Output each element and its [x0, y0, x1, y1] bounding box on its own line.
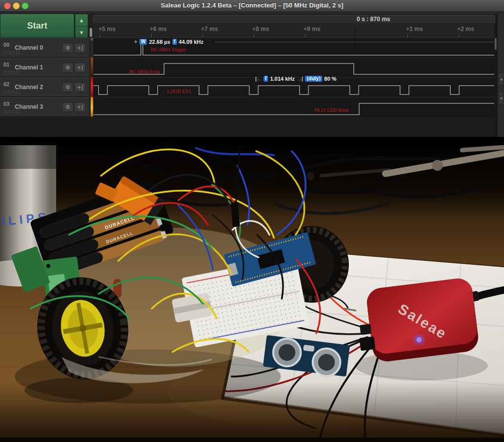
collapsed-side-panel: ◂ ◂ — [497, 14, 504, 137]
ruler-tick-label: +5 ms — [99, 26, 115, 32]
photo-bottom-strip — [0, 438, 504, 442]
timeline-header[interactable]: 0 s : 870 ms — [93, 15, 495, 23]
timeline-position-label: 0 s : 870 ms — [357, 16, 390, 23]
channel-row-2[interactable]: 02 Channel 2 ⚙ +ʃ — [0, 77, 89, 97]
ruler-tick-mark — [100, 34, 101, 37]
start-capture-button[interactable]: Start — [0, 14, 74, 38]
chevron-down-icon[interactable]: ▼ — [75, 27, 88, 38]
annotation-label-ch0: HC-SR04 Trigger — [151, 47, 186, 52]
channel-panel: 00 Channel 0 ⚙ +ʃ 01 Channel 1 ⚙ +ʃ 02 C… — [0, 38, 89, 117]
ruler-tick-label: +9 ms — [303, 26, 320, 32]
photo-illustration: HILIPS — [0, 145, 504, 442]
edge-trigger-icon: +ʃ — [77, 45, 83, 51]
ruler-tick-label: +7 ms — [201, 26, 218, 32]
measurement-overlay-ch0: + W 22.68 µs f 44.09 kHz — [134, 39, 203, 45]
channel-settings-button[interactable]: ⚙ — [62, 63, 73, 72]
frequency-measurement-value: 44.09 kHz — [179, 39, 203, 45]
annotation-label-ch3: P0.21 LED Blink — [314, 107, 349, 113]
channel-name: Channel 1 — [15, 64, 43, 71]
gear-icon: ⚙ — [66, 45, 70, 51]
channel-row-1[interactable]: 01 Channel 1 ⚙ +ʃ — [0, 58, 89, 77]
channel-index: 03 — [3, 101, 9, 107]
channel-row-0[interactable]: 00 Channel 0 ⚙ +ʃ — [0, 38, 89, 58]
ruler-tick-mark — [202, 34, 203, 37]
drag-handle-icon[interactable] — [3, 110, 20, 114]
channel-name: Channel 0 — [15, 44, 43, 51]
channel-settings-button[interactable]: ⚙ — [62, 43, 73, 53]
gear-icon: ⚙ — [66, 64, 70, 71]
window-bottom-band — [0, 137, 504, 145]
channel-trigger-button[interactable]: +ʃ — [74, 83, 86, 92]
drag-handle-icon[interactable] — [3, 70, 20, 74]
channel-trigger-button[interactable]: +ʃ — [74, 43, 86, 53]
probe-connector — [360, 324, 371, 335]
collapse-panel-button[interactable]: ◂ — [498, 92, 504, 104]
ruler-tick-mark — [459, 34, 459, 37]
channel-name: Channel 2 — [15, 84, 43, 91]
ruler-tick-label: +2 ms — [457, 26, 474, 32]
measurement-overlay-ch2: |← f 1.014 kHz →| ⟨duty⟩ 80 % — [255, 76, 336, 82]
collapse-panel-button[interactable]: ◂ — [498, 73, 504, 86]
chevron-left-icon: ◂ — [500, 77, 503, 82]
gear-icon: ⚙ — [66, 84, 70, 91]
bottom-vignette — [0, 381, 504, 442]
screenshot-root: Saleae Logic 1.2.4 Beta – [Connected] – … — [0, 0, 504, 442]
drag-handle-icon[interactable] — [3, 51, 20, 55]
channel-index: 00 — [3, 42, 9, 48]
chevron-left-icon: ◂ — [500, 95, 503, 100]
frequency-measurement-value: 1.014 kHz — [270, 76, 295, 82]
channel-trigger-button[interactable]: +ʃ — [74, 102, 86, 112]
window-title: Saleae Logic 1.2.4 Beta – [Connected] – … — [0, 1, 504, 9]
scrollbar-handle[interactable] — [495, 38, 497, 50]
waveform-empty-area — [0, 117, 494, 137]
probe-connector — [359, 336, 375, 350]
edge-trigger-icon: +ʃ — [77, 84, 83, 91]
logic-analyzer-window: Start ▲ ▼ 0 s : 870 ms +5 ms+6 ms+7 ms+8… — [0, 14, 504, 137]
ruler-tick-label: +8 ms — [252, 26, 269, 32]
capture-options-stepper: ▲ ▼ — [75, 14, 88, 38]
width-measurement-value: 22.68 µs — [149, 39, 170, 45]
gear-icon: ⚙ — [66, 104, 70, 110]
channel-row-3[interactable]: 03 Channel 3 ⚙ +ʃ — [0, 97, 89, 117]
ruler-tick-mark — [151, 34, 152, 37]
channel-name: Channel 3 — [15, 103, 43, 110]
timeline-major-divider — [355, 29, 355, 52]
ruler-tick-mark — [407, 34, 408, 37]
chevron-up-icon[interactable]: ▲ — [75, 14, 88, 27]
ruler-tick-mark — [305, 34, 305, 37]
span-left-icon: |← — [255, 76, 262, 82]
annotation-label-ch2: L293D EN1 — [167, 89, 191, 94]
frequency-measurement-badge: f — [172, 39, 177, 45]
ruler-tick-label: +1 ms — [406, 26, 423, 32]
annotation-label-ch1: HC-SR04 Echo — [129, 69, 160, 74]
timeline-ruler[interactable]: +5 ms+6 ms+7 ms+8 ms+9 ms+1 ms+2 ms — [93, 23, 495, 38]
channel-trigger-button[interactable]: +ʃ — [74, 63, 86, 72]
channel-settings-button[interactable]: ⚙ — [62, 102, 73, 112]
channel-index: 01 — [3, 62, 9, 67]
drag-handle-icon[interactable] — [3, 90, 20, 94]
ruler-tick-label: +6 ms — [150, 26, 167, 32]
channel-settings-button[interactable]: ⚙ — [62, 83, 73, 92]
duty-measurement-badge: ⟨duty⟩ — [305, 76, 322, 82]
width-measurement-badge: W — [139, 39, 147, 45]
ruler-tick-mark — [254, 34, 254, 37]
edge-trigger-icon: +ʃ — [77, 104, 83, 110]
span-right-icon: →| — [297, 76, 303, 82]
photo-workbench: HILIPS — [0, 145, 504, 442]
waveform-trace-ch3 — [94, 103, 494, 115]
edge-trigger-icon: +ʃ — [77, 64, 83, 71]
channel-index: 02 — [3, 81, 9, 87]
duty-measurement-value: 80 % — [324, 76, 336, 82]
waveform-trace-ch2 — [94, 86, 497, 95]
marker-plus-icon: + — [134, 38, 137, 45]
splitter-grip-icon — [90, 28, 92, 37]
window-titlebar: Saleae Logic 1.2.4 Beta – [Connected] – … — [0, 0, 504, 12]
frequency-measurement-badge: f — [264, 76, 268, 82]
